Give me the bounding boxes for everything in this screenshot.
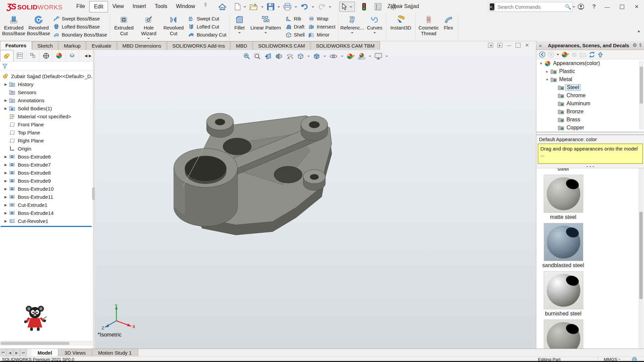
open-button[interactable] <box>249 2 259 11</box>
ribbon-collapse-icon[interactable]: ▲ <box>637 29 641 33</box>
display-manager-tab[interactable] <box>53 50 66 61</box>
expand-arrow-icon[interactable]: ▶ <box>3 211 9 215</box>
tree-scrollbar[interactable] <box>639 61 644 130</box>
collapse-chevron-icon[interactable]: ▾ <box>538 61 544 66</box>
tree-filter-row[interactable] <box>0 62 93 71</box>
tab-solidworks-cam[interactable]: SOLIDWORKS CAM <box>253 41 310 50</box>
tree-copper[interactable]: Copper <box>536 124 644 132</box>
scrollbar-thumb[interactable] <box>640 67 643 104</box>
open-folder-icon[interactable] <box>580 52 586 57</box>
thumbnail-sandblasted-steel[interactable] <box>544 223 583 261</box>
pin-menu-icon[interactable]: ✎ <box>198 1 209 13</box>
swept-boss-item[interactable]: Swept Boss/Base <box>53 15 107 22</box>
extruded-cut-button[interactable]: Extruded Cut <box>111 14 136 37</box>
maximize-button[interactable] <box>614 0 629 13</box>
shell-item[interactable]: Shell <box>285 31 305 38</box>
thumbnail-matte-steel[interactable] <box>544 175 583 213</box>
expand-arrow-icon[interactable]: ▶ <box>3 219 9 223</box>
tab-scroll-right-icon[interactable]: ▶ <box>89 54 92 58</box>
save-dropdown-icon[interactable] <box>277 6 280 9</box>
tab-solidworks-cam-tbm[interactable]: SOLIDWORKS CAM TBM <box>311 41 380 50</box>
tree-plastic[interactable]: ▸ Plastic <box>536 67 644 75</box>
draft-item[interactable]: Draft <box>285 23 305 30</box>
boundary-cut-item[interactable]: Boundary Cut <box>188 31 226 38</box>
tree-item-material[interactable]: Material <not specified> <box>0 112 93 120</box>
swept-cut-item[interactable]: Swept Cut <box>188 15 226 22</box>
tab-markup[interactable]: Markup <box>58 41 86 50</box>
scrollbar-thumb[interactable] <box>639 212 643 299</box>
expand-arrow-icon[interactable]: ▶ <box>3 195 9 199</box>
featuremanager-tree-tab[interactable] <box>0 50 13 61</box>
revolved-cut-button[interactable]: Revolved Cut <box>161 14 186 37</box>
reference-dropdown-icon[interactable] <box>351 32 354 35</box>
tab-mbd-dimensions[interactable]: MBD Dimensions <box>117 41 167 50</box>
up-level-icon[interactable] <box>598 52 603 58</box>
save-button[interactable] <box>266 2 275 11</box>
tree-aluminum[interactable]: Aluminum <box>536 100 644 108</box>
forward-button[interactable] <box>548 51 554 58</box>
wrap-item[interactable]: Wrap <box>308 15 335 22</box>
tree-steel[interactable]: Steel <box>536 83 644 92</box>
configuration-manager-tab[interactable] <box>26 50 40 61</box>
tab-motion-study-1[interactable]: Motion Study 1 <box>92 349 138 357</box>
task-pane-pin-icon[interactable]: ✎ <box>637 42 643 49</box>
pane-next-icon[interactable]: ▶ <box>497 43 502 48</box>
linear-pattern-button[interactable]: Linear Pattern <box>248 14 283 35</box>
help-icon[interactable]: ? <box>588 0 600 13</box>
model-3d-bracket[interactable] <box>95 50 536 349</box>
tab-evaluate[interactable]: Evaluate <box>86 41 116 50</box>
tree-item-annotations[interactable]: ▶ A Annotations <box>0 96 93 104</box>
pane-previous-icon[interactable]: ◀ <box>488 43 493 48</box>
boundary-boss-item[interactable]: Boundary Boss/Base <box>53 31 107 38</box>
menu-window[interactable]: Window <box>172 1 200 12</box>
paste-appearance-icon[interactable] <box>571 52 577 58</box>
property-manager-tab[interactable] <box>13 50 26 61</box>
search-commands-box[interactable]: >_ 🔍 <box>488 2 573 12</box>
print-button[interactable] <box>282 2 292 11</box>
expand-arrow-icon[interactable]: ▶ <box>3 203 9 207</box>
tree-item-boss-extrude14[interactable]: ▶ Boss-Extrude14 <box>0 209 93 217</box>
tree-appearances-root[interactable]: ▾ Appearances(color) <box>536 59 644 67</box>
edit-appearance-ball-icon[interactable] <box>561 51 569 58</box>
task-pane-gear-icon[interactable]: ⚙ <box>633 42 637 48</box>
tree-item-cut-extrude1[interactable]: ▶ Cut-Extrude1 <box>0 201 93 209</box>
tree-brass[interactable]: Brass <box>536 116 644 124</box>
open-dropdown-icon[interactable] <box>261 6 264 9</box>
graphics-viewport[interactable]: A <box>95 50 536 349</box>
linear-pattern-dropdown-icon[interactable] <box>264 32 267 35</box>
mirror-item[interactable]: Mirror <box>308 31 335 38</box>
expand-arrow-icon[interactable]: ▶ <box>3 179 9 183</box>
thumbnails-scrollbar[interactable] <box>638 168 644 362</box>
tree-item-top-plane[interactable]: Top Plane <box>0 128 93 136</box>
tab-3d-views[interactable]: 3D Views <box>58 349 92 357</box>
tree-item-right-plane[interactable]: Right Plane <box>0 136 93 144</box>
curves-button[interactable]: Curves <box>365 14 385 35</box>
intersect-item[interactable]: Intersect <box>308 23 335 30</box>
tree-item-boss-extrude8[interactable]: ▶ Boss-Extrude8 <box>0 169 93 177</box>
tree-item-cut-revolve1[interactable]: ▶ Cut-Revolve1 <box>0 217 93 225</box>
redo-dropdown-icon[interactable] <box>329 6 331 9</box>
revolved-boss-button[interactable]: Revolved Boss/Base <box>26 14 51 37</box>
rollback-bar[interactable] <box>1 226 92 227</box>
collapse-pane-icon[interactable]: « <box>536 43 544 48</box>
lofted-cut-item[interactable]: Lofted Cut <box>188 23 226 30</box>
tab-scroll-left-icon[interactable]: ◀ <box>85 54 87 58</box>
doc-minimize-icon[interactable]: — <box>507 43 511 48</box>
tab-features[interactable]: Features <box>0 41 32 50</box>
tree-metal[interactable]: ▾ Metal <box>536 75 644 83</box>
tree-item-boss-extrude11[interactable]: ▶ Boss-Extrude11 <box>0 193 93 201</box>
menu-edit[interactable]: Edit <box>89 1 108 12</box>
new-document-dropdown-icon[interactable] <box>244 6 246 9</box>
menu-file[interactable]: File <box>72 1 90 12</box>
menu-insert[interactable]: Insert <box>128 1 150 12</box>
tree-item-history[interactable]: ▶ History <box>0 80 93 88</box>
scrollbar-thumb[interactable] <box>1 342 69 345</box>
undo-dropdown-icon[interactable] <box>312 6 314 9</box>
search-icon[interactable]: 🔍 <box>565 4 571 10</box>
search-scope-icon[interactable]: >_ <box>490 3 494 10</box>
collapse-chevron-icon[interactable]: ▾ <box>544 77 550 82</box>
tree-item-boss-extrude9[interactable]: ▶ Boss-Extrude9 <box>0 177 93 185</box>
lofted-boss-item[interactable]: Lofted Boss/Base <box>53 23 107 30</box>
tab-next-icon[interactable]: ▶ <box>13 349 20 356</box>
tab-model[interactable]: Model <box>32 349 58 357</box>
